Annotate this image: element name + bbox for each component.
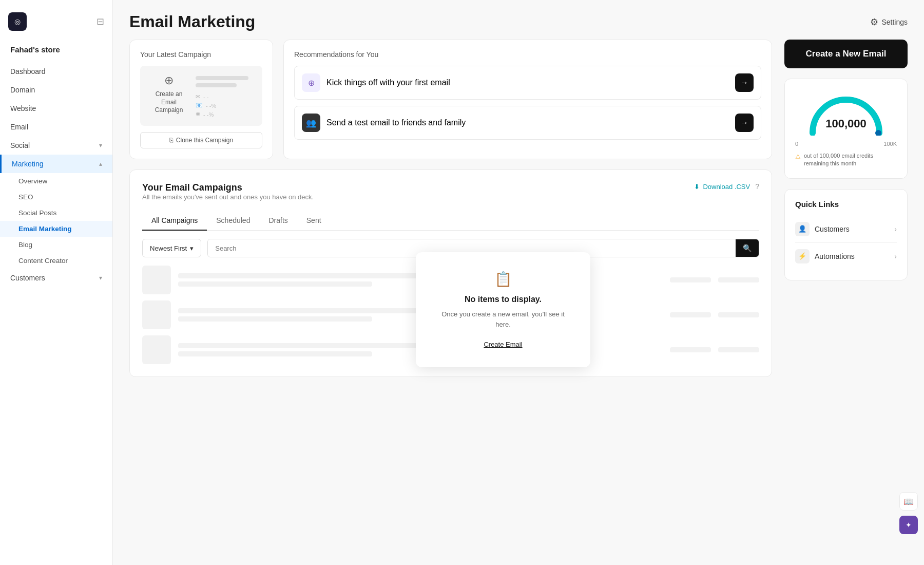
sidebar-item-social-posts[interactable]: Social Posts	[0, 205, 112, 221]
quick-link-automations[interactable]: ⚡ Automations ›	[795, 243, 897, 270]
sidebar-item-marketing[interactable]: Marketing ▴	[0, 155, 112, 173]
credits-warning: ⚠ out of 100,000 email credits remaining…	[795, 152, 897, 168]
tab-sent[interactable]: Sent	[297, 211, 331, 231]
open-icon: 📧	[196, 102, 203, 109]
quick-links-title: Quick Links	[795, 200, 897, 209]
download-csv-button[interactable]: ⬇ Download .CSV	[694, 183, 750, 191]
campaigns-title-area: Your Email Campaigns All the emails you'…	[142, 182, 314, 209]
quick-links-card: Quick Links 👤 Customers › ⚡ Automations …	[784, 189, 908, 280]
sidebar-item-website[interactable]: Website	[0, 99, 112, 118]
rec-text-2: Send a test email to friends and family	[326, 118, 466, 127]
content-area: Your Latest Campaign ⊕ Create an Email C…	[113, 40, 924, 565]
sidebar-item-domain[interactable]: Domain	[0, 81, 112, 99]
ghost-thumbnail	[142, 300, 171, 329]
stat-send-row: ✉ - -	[196, 93, 254, 100]
rec-text-1: Kick things off with your first email	[326, 78, 450, 87]
quick-link-customers[interactable]: 👤 Customers ›	[795, 216, 897, 243]
sidebar-item-customers[interactable]: Customers ▾	[0, 269, 112, 287]
campaigns-section: Your Email Campaigns All the emails you'…	[129, 170, 772, 377]
gauge-wrap: 100,000	[795, 89, 897, 136]
store-name: Fahad's store	[0, 41, 112, 62]
sidebar-top: ◎ ⊟	[0, 8, 112, 41]
credits-warning-text: out of 100,000 email credits remaining t…	[804, 152, 897, 168]
sidebar-item-seo[interactable]: SEO	[0, 189, 112, 205]
search-button[interactable]: 🔍	[736, 239, 759, 257]
quick-link-left: 👤 Customers	[795, 222, 850, 236]
sidebar-item-label: Social	[10, 141, 30, 149]
bottom-right-icons: 📖 ✦	[899, 492, 918, 534]
stat-open-row: 📧 - -%	[196, 102, 254, 109]
ghost-line	[178, 351, 372, 356]
chevron-up-icon: ▴	[99, 160, 102, 167]
sidebar-collapse-button[interactable]: ⊟	[97, 16, 104, 27]
gauge-max-label: 100K	[883, 141, 897, 147]
chevron-down-icon: ▾	[99, 274, 102, 281]
clone-icon: ⎘	[169, 137, 173, 144]
create-new-email-button[interactable]: Create a New Email	[784, 40, 908, 68]
help-icon[interactable]: ?	[755, 182, 759, 191]
recommendations-label: Recommendations for You	[294, 50, 761, 59]
send-icon: ✉	[196, 93, 200, 100]
rec-icon-2: 👥	[302, 114, 320, 132]
quick-link-automations-label: Automations	[815, 252, 855, 260]
sidebar-item-label: Website	[10, 104, 36, 112]
rec-left-1: ⊕ Kick things off with your first email	[302, 73, 450, 92]
credits-card: 100,000 0 100K ⚠ out of 100,000 email cr…	[784, 79, 908, 179]
empty-state-subtitle: Once you create a new email, you'll see …	[436, 309, 570, 329]
sidebar-nav: Dashboard Domain Website Email Social ▾ …	[0, 62, 112, 557]
gauge-min-label: 0	[795, 141, 798, 147]
campaigns-actions: ⬇ Download .CSV ?	[694, 182, 759, 191]
sidebar-item-content-creator[interactable]: Content Creator	[0, 253, 112, 269]
recommendation-item-1: ⊕ Kick things off with your first email …	[294, 66, 761, 100]
sidebar-item-email-marketing[interactable]: Email Marketing	[0, 221, 112, 237]
chevron-down-icon: ▾	[190, 244, 194, 252]
ghost-line	[178, 281, 372, 287]
gear-icon: ⚙	[870, 16, 878, 28]
stat-click-row: ✱ - -%	[196, 111, 254, 118]
tab-drafts[interactable]: Drafts	[259, 211, 297, 231]
sort-dropdown[interactable]: Newest First ▾	[142, 239, 201, 257]
sidebar-item-overview[interactable]: Overview	[0, 173, 112, 189]
ghost-stat	[718, 347, 759, 352]
recommendation-item-2: 👥 Send a test email to friends and famil…	[294, 106, 761, 140]
rec-left-2: 👥 Send a test email to friends and famil…	[302, 114, 466, 132]
rec-arrow-button-1[interactable]: →	[735, 73, 754, 92]
campaign-preview-card: ⊕ Create an Email Campaign ✉ - -	[140, 66, 262, 126]
center-panel: Your Latest Campaign ⊕ Create an Email C…	[129, 40, 772, 553]
ghost-stat	[718, 312, 759, 317]
empty-state-title: No items to display.	[436, 295, 570, 304]
recommendations-card: Recommendations for You ⊕ Kick things of…	[283, 40, 772, 159]
clone-campaign-button[interactable]: ⎘ Clone this Campaign	[140, 132, 262, 148]
sidebar-marketing-submenu: Overview SEO Social Posts Email Marketin…	[0, 173, 112, 269]
tab-scheduled[interactable]: Scheduled	[207, 211, 259, 231]
campaign-card-title: Create an Email Campaign	[148, 90, 189, 115]
sidebar-item-label: Dashboard	[10, 67, 46, 76]
settings-label: Settings	[881, 18, 908, 26]
page-header: Email Marketing ⚙ Settings	[113, 0, 924, 40]
chevron-down-icon: ▾	[99, 142, 102, 149]
book-icon[interactable]: 📖	[899, 492, 918, 511]
gauge-labels: 0 100K	[795, 141, 897, 147]
rec-arrow-button-2[interactable]: →	[735, 114, 754, 132]
credits-value: 100,000	[825, 117, 867, 130]
page-title: Email Marketing	[129, 12, 255, 31]
quick-link-left: ⚡ Automations	[795, 249, 855, 263]
quick-link-customers-label: Customers	[815, 225, 850, 233]
sidebar-item-dashboard[interactable]: Dashboard	[0, 62, 112, 81]
sidebar-item-social[interactable]: Social ▾	[0, 136, 112, 155]
latest-campaign-label: Your Latest Campaign	[140, 50, 262, 59]
ai-assistant-icon[interactable]: ✦	[899, 516, 918, 534]
sidebar-item-blog[interactable]: Blog	[0, 237, 112, 253]
ghost-stat	[670, 277, 711, 282]
campaigns-tabs: All Campaigns Scheduled Drafts Sent	[142, 211, 759, 231]
sidebar-item-email[interactable]: Email	[0, 118, 112, 136]
create-email-link[interactable]: Create Email	[484, 341, 522, 348]
sidebar-item-label: Customers	[10, 274, 45, 282]
sort-label: Newest First	[150, 244, 187, 252]
tab-all-campaigns[interactable]: All Campaigns	[142, 211, 207, 231]
campaigns-header: Your Email Campaigns All the emails you'…	[142, 182, 759, 209]
latest-campaign-card: Your Latest Campaign ⊕ Create an Email C…	[129, 40, 273, 159]
ghost-stat	[670, 347, 711, 352]
app-logo: ◎	[8, 12, 27, 31]
settings-button[interactable]: ⚙ Settings	[870, 16, 908, 28]
